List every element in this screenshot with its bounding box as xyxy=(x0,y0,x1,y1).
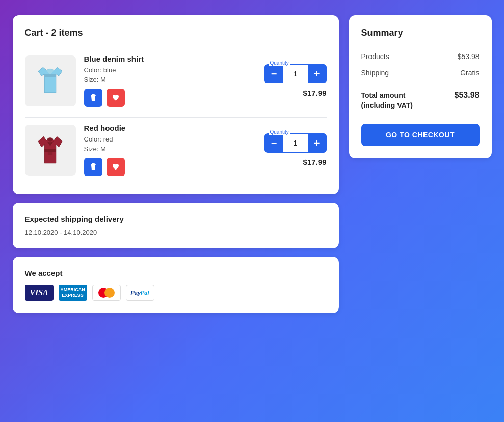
amex-badge: AMERICANEXPRESS xyxy=(59,285,87,301)
shipping-title: Expected shipping delivery xyxy=(25,215,327,223)
item-2-color: Color: red xyxy=(84,135,256,143)
cart-item-2: Red hoodie Color: red Size: M Quant xyxy=(25,117,327,182)
svg-rect-2 xyxy=(92,94,95,95)
shipping-date: 12.10.2020 - 14.10.2020 xyxy=(25,229,327,236)
item-1-increase-button[interactable]: + xyxy=(308,65,326,83)
left-column: Cart - 2 items Blue denim shirt Color: b… xyxy=(13,15,339,313)
svg-point-3 xyxy=(47,137,53,142)
item-2-name: Red hoodie xyxy=(84,124,256,132)
item-1-color: Color: blue xyxy=(84,66,256,74)
summary-card: Summary Products $53.98 Shipping Gratis … xyxy=(349,15,492,158)
item-1-delete-button[interactable] xyxy=(84,89,102,107)
item-1-size: Size: M xyxy=(84,76,256,83)
paypal-badge: PayPal xyxy=(126,285,154,301)
shipping-label: Shipping xyxy=(361,69,389,77)
shipping-value: Gratis xyxy=(460,69,479,77)
payment-card: We accept VISA AMERICANEXPRESS PayPal xyxy=(13,257,339,313)
item-1-decrease-button[interactable]: − xyxy=(265,65,283,83)
item-2-decrease-button[interactable]: − xyxy=(265,134,283,152)
item-2-price: $17.99 xyxy=(303,158,327,166)
paypal-pay-text: Pay xyxy=(130,290,141,296)
payment-icons: VISA AMERICANEXPRESS PayPal xyxy=(25,285,327,301)
summary-shipping-row: Shipping Gratis xyxy=(361,65,480,81)
summary-total-row: Total amount (including VAT) $53.98 xyxy=(361,86,480,116)
item-1-quantity-area: Quantity − + $17.99 xyxy=(264,64,327,97)
item-2-qty-label: Quantity xyxy=(269,129,290,135)
item-2-delete-button[interactable] xyxy=(84,158,102,176)
item-2-quantity-control: Quantity − + xyxy=(264,133,327,153)
item-2-size: Size: M xyxy=(84,145,256,153)
svg-rect-5 xyxy=(92,163,95,164)
cart-item-1: Blue denim shirt Color: blue Size: M xyxy=(25,48,327,113)
item-2-quantity-input[interactable] xyxy=(283,134,308,152)
item-1-price: $17.99 xyxy=(303,89,327,97)
summary-products-row: Products $53.98 xyxy=(361,48,480,65)
paypal-pal-text: Pal xyxy=(141,290,149,296)
mastercard-badge xyxy=(92,285,121,301)
item-2-image xyxy=(25,125,76,176)
item-1-name: Blue denim shirt xyxy=(84,54,256,63)
item-1-actions xyxy=(84,89,256,107)
item-1-image xyxy=(25,55,76,106)
item-2-actions xyxy=(84,158,256,176)
total-value: $53.98 xyxy=(455,91,480,110)
checkout-button[interactable]: GO TO CHECKOUT xyxy=(361,124,480,146)
item-1-qty-label: Quantity xyxy=(269,60,290,66)
summary-divider xyxy=(361,83,480,83)
item-1-details: Blue denim shirt Color: blue Size: M xyxy=(84,54,256,107)
page-container: Cart - 2 items Blue denim shirt Color: b… xyxy=(13,15,492,313)
products-value: $53.98 xyxy=(458,52,480,61)
payment-title: We accept xyxy=(25,269,327,277)
item-1-quantity-control: Quantity − + xyxy=(264,64,327,83)
item-1-quantity-input[interactable] xyxy=(283,65,308,83)
item-2-increase-button[interactable]: + xyxy=(308,134,326,152)
item-2-details: Red hoodie Color: red Size: M xyxy=(84,124,256,176)
item-2-wishlist-button[interactable] xyxy=(107,158,125,176)
cart-title: Cart - 2 items xyxy=(25,27,327,38)
item-2-quantity-area: Quantity − + $17.99 xyxy=(264,133,327,166)
products-label: Products xyxy=(361,52,389,61)
mc-orange-circle xyxy=(104,288,115,298)
shipping-card: Expected shipping delivery 12.10.2020 - … xyxy=(13,203,339,248)
visa-badge: VISA xyxy=(25,285,54,301)
summary-title: Summary xyxy=(361,27,480,38)
item-1-wishlist-button[interactable] xyxy=(107,89,125,107)
cart-card: Cart - 2 items Blue denim shirt Color: b… xyxy=(13,15,339,194)
total-label: Total amount (including VAT) xyxy=(361,91,428,110)
